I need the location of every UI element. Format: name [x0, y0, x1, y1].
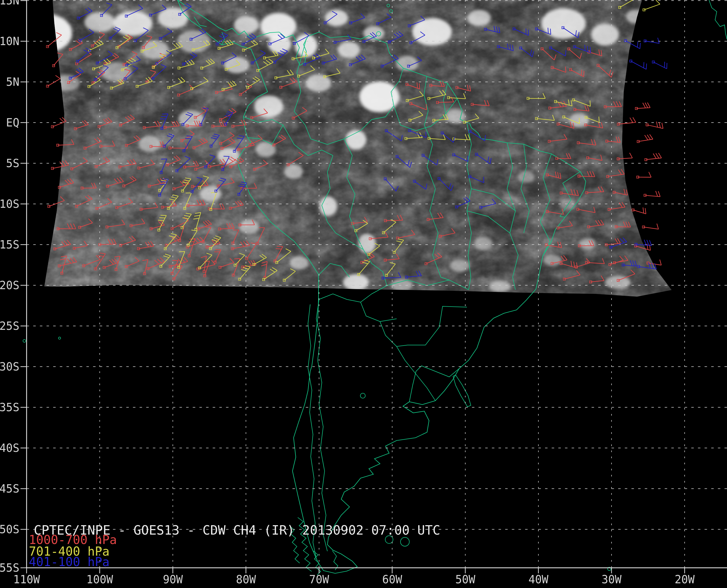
cloud-blob	[53, 75, 80, 91]
island-outline	[23, 339, 26, 342]
barb-feather	[657, 122, 658, 127]
longitude-tick-label: 90W	[163, 573, 183, 586]
barb-feather	[647, 103, 650, 108]
latitude-tick-label: EQ	[6, 116, 19, 129]
wind-barb	[644, 38, 659, 43]
barb-feather	[590, 101, 590, 106]
barb-feather	[159, 218, 165, 218]
wind-barb	[630, 60, 647, 69]
border-line	[709, 0, 727, 39]
latitude-tick-label: 50S	[0, 523, 19, 536]
barb-feather	[643, 208, 644, 213]
barb-feather	[644, 62, 644, 68]
satellite-wind-product: 15N10N5NEQ5S10S15S20S25S30S35S40S45S50S5…	[0, 0, 727, 588]
cloud-blob	[178, 110, 204, 128]
cloud-blob	[284, 164, 303, 179]
cloud-blob	[306, 74, 331, 92]
longitude-tick-label: 80W	[236, 573, 256, 586]
latitude-tick-label: 40S	[0, 442, 19, 454]
barb-feather	[658, 191, 660, 197]
barb-staff	[647, 125, 663, 128]
barb-feather	[659, 153, 662, 158]
border-line	[316, 299, 327, 551]
barb-feather	[638, 42, 638, 47]
barb-feather	[185, 193, 191, 193]
border-line	[453, 375, 471, 407]
barb-feather	[205, 227, 211, 227]
barb-feather	[657, 224, 659, 229]
border-line	[397, 346, 436, 401]
wind-barb	[635, 103, 650, 110]
latitude-tick-label: 55S	[0, 562, 19, 574]
dark-mottle-layer	[0, 0, 727, 311]
barb-staff	[101, 146, 115, 146]
island-outline	[360, 393, 365, 398]
goes13-cdw-map: 15N10N5NEQ5S10S15S20S25S30S35S40S45S50S5…	[0, 0, 727, 588]
cloud-blob	[489, 281, 511, 292]
cloud-blob	[19, 14, 72, 52]
barb-feather	[645, 135, 648, 140]
wind-barb	[46, 75, 60, 87]
cloud-blob	[446, 109, 466, 123]
barb-staff	[633, 210, 646, 214]
barb-feather	[160, 119, 166, 119]
cloud-blob	[139, 135, 161, 152]
barb-feather	[160, 184, 165, 185]
cloud-blob	[626, 9, 648, 24]
barb-feather	[662, 123, 663, 129]
longitude-tick-label: 110W	[13, 573, 40, 586]
barb-feather	[162, 114, 168, 114]
cloud-blob	[591, 23, 619, 46]
barb-feather	[645, 208, 646, 214]
barb-feather	[658, 38, 660, 43]
cloud-blob	[290, 256, 308, 270]
barb-feather	[158, 220, 164, 220]
cloud-blob	[254, 96, 283, 118]
wind-barb	[637, 134, 653, 143]
longitude-tick-label: 100W	[86, 573, 113, 586]
border-line	[409, 366, 459, 402]
island-outline	[58, 337, 61, 339]
cloud-blob	[234, 16, 259, 34]
latitude-tick-label: 5N	[6, 76, 19, 88]
cloud-blob	[450, 259, 470, 272]
latitude-tick-label: 5S	[6, 157, 19, 170]
wind-barb	[644, 191, 660, 197]
barb-feather	[633, 117, 636, 122]
border-line	[332, 551, 338, 570]
barb-feather	[649, 172, 651, 177]
barb-staff	[616, 227, 631, 227]
cloud-blob	[543, 255, 562, 266]
barb-feather	[647, 135, 650, 140]
barb-feather	[659, 122, 660, 128]
longitude-tick-label: 30W	[602, 573, 622, 586]
latitude-tick-label: 35S	[0, 401, 19, 414]
wind-barb	[642, 224, 658, 229]
latitude-tick-label: 10N	[0, 35, 19, 48]
cloud-blob	[343, 274, 369, 291]
barb-feather	[640, 43, 641, 49]
cloud-blob	[542, 8, 586, 39]
barb-feather	[656, 153, 659, 158]
barb-feather	[234, 259, 240, 259]
barb-feather	[660, 259, 661, 265]
barb-feather	[484, 177, 484, 183]
barb-feather	[653, 153, 656, 159]
cloud-blob	[239, 220, 259, 234]
latitude-tick-label: 20S	[0, 279, 19, 292]
latitude-tick-label: 45S	[0, 482, 19, 495]
latitude-tick-label: 15N	[0, 0, 19, 7]
wind-barb	[645, 153, 661, 161]
barb-feather	[664, 62, 665, 67]
barb-feather	[161, 182, 167, 182]
barb-feather	[647, 244, 648, 250]
cloud-blob	[325, 10, 348, 26]
satellite-swath-image	[0, 0, 727, 588]
cloud-blob	[605, 276, 630, 289]
barb-feather	[629, 153, 632, 158]
cloud-blob	[224, 57, 249, 73]
barb-feather	[277, 246, 283, 247]
latitude-tick-label: 30S	[0, 360, 19, 373]
cloud-blob	[268, 35, 291, 54]
barb-feather	[161, 116, 167, 117]
